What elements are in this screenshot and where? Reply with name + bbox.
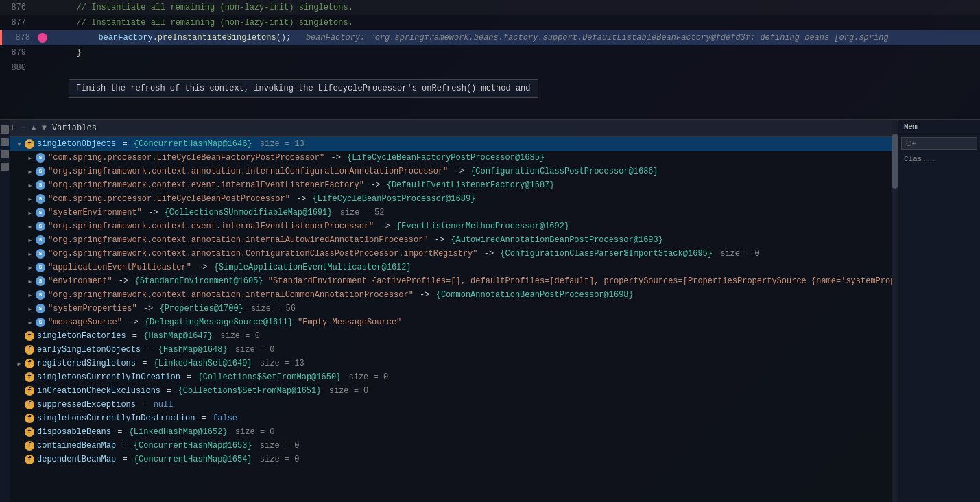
variables-content: + − ▲ ▼ Variables f singletonObjects = {… [0, 120, 892, 502]
line-number-880: 880 [0, 63, 34, 73]
expand-item1[interactable] [25, 152, 36, 163]
scrollbar-track[interactable] [892, 120, 898, 502]
var-row-item8[interactable]: s "org.springframework.context.annotatio… [0, 247, 892, 261]
var-row-item13[interactable]: s "messageSource" -> {DelegatingMessageS… [0, 315, 892, 329]
var-row-item10[interactable]: s "environment" -> {StandardEnvironment@… [0, 274, 892, 288]
var-icon-f-suppressedExceptions: f [25, 400, 34, 409]
expand-item4[interactable] [25, 193, 36, 204]
variables-panel-header: + − ▲ ▼ Variables [0, 120, 892, 137]
var-row-item7[interactable]: s "org.springframework.context.annotatio… [0, 233, 892, 247]
var-row-dependentBeanMap[interactable]: f dependentBeanMap = {ConcurrentHashMap@… [0, 453, 892, 466]
var-size-disposableBeans: size = 0 [230, 427, 275, 437]
expand-singletonObjects[interactable] [14, 139, 25, 150]
expand-registeredSingletons[interactable] [14, 358, 25, 369]
var-row-inCreationCheckExclusions[interactable]: f inCreationCheckExclusions = {Collectio… [0, 384, 892, 398]
sidebar-icon-4[interactable] [1, 163, 9, 171]
var-row-registeredSingletons[interactable]: f registeredSingletons = {LinkedHashSet@… [0, 357, 892, 370]
var-name-registeredSingletons: registeredSingletons [37, 359, 136, 368]
tooltip-text: Finish the refresh of this context, invo… [76, 84, 531, 93]
expand-item5[interactable] [25, 207, 36, 218]
var-val-item8: {ConfigurationClassParser$ImportStack@16… [500, 249, 713, 259]
add-watch-button[interactable]: + [10, 123, 15, 134]
var-icon-s-item3: s [36, 180, 45, 190]
var-row-singletonsCurrentlyInDestruction[interactable]: f singletonsCurrentlyInDestruction = fal… [0, 411, 892, 425]
var-icon-s-item1: s [36, 153, 45, 163]
var-icon-s-item13: s [36, 318, 45, 327]
sidebar-icon-2[interactable] [1, 138, 9, 146]
down-arrow-button[interactable]: ▼ [42, 123, 47, 133]
class-filter-label: Clas... [898, 152, 980, 166]
var-name-suppressedExceptions: suppressedExceptions [37, 400, 136, 409]
var-val-disposableBeans: {LinkedHashMap@1652} [129, 427, 228, 437]
var-name-item6: "org.springframework.context.event.inter… [48, 222, 374, 231]
class-search-input[interactable] [901, 137, 977, 150]
expand-item6[interactable] [25, 221, 36, 232]
var-extra-item10: "StandardEnvironment {activeProfiles=[],… [263, 276, 892, 286]
var-row-item3[interactable]: s "org.springframework.context.event.int… [0, 178, 892, 192]
minus-button[interactable]: − [21, 123, 25, 133]
var-row-singletonFactories[interactable]: f singletonFactories = {HashMap@1647} si… [0, 329, 892, 343]
line-number-876: 876 [0, 3, 34, 12]
var-row-earlySingletonObjects[interactable]: f earlySingletonObjects = {HashMap@1648}… [0, 343, 892, 357]
line-content-876: // Instantiate all remaining (non-lazy-i… [34, 3, 980, 12]
line-content-880 [34, 63, 980, 73]
expand-item8[interactable] [25, 248, 36, 259]
sidebar-icon-3[interactable] [1, 150, 9, 158]
var-row-suppressedExceptions[interactable]: f suppressedExceptions = null [0, 398, 892, 411]
expand-item13[interactable] [25, 317, 36, 328]
var-icon-s-item11: s [36, 290, 45, 300]
var-icon-s-item9: s [36, 263, 45, 272]
code-lines: 876 // Instantiate all remaining (non-la… [0, 0, 980, 75]
scrollbar-thumb[interactable] [892, 134, 898, 189]
up-arrow-button[interactable]: ▲ [32, 123, 36, 133]
expand-item2[interactable] [25, 166, 36, 177]
var-val-inCreationCheckExclusions: {Collections$SetFromMap@1651} [178, 386, 322, 396]
sidebar-icon-1[interactable] [1, 126, 9, 134]
var-row-item1[interactable]: s "com.spring.processor.LifeCycleBeanFac… [0, 151, 892, 165]
var-val-item9: {SimpleApplicationEventMulticaster@1612} [214, 263, 411, 272]
var-icon-f-inCreationCheckExclusions: f [25, 386, 34, 396]
var-name-item13: "messageSource" [48, 318, 122, 327]
var-row-singletonsCurrentlyInCreation[interactable]: f singletonsCurrentlyInCreation = {Colle… [0, 370, 892, 384]
var-row-item12[interactable]: s "systemProperties" -> {Properties@1700… [0, 302, 892, 315]
code-line-877: 877 // Instantiate all remaining (non-la… [0, 15, 980, 30]
var-icon-f-disposableBeans: f [25, 427, 34, 437]
var-row-disposableBeans[interactable]: f disposableBeans = {LinkedHashMap@1652}… [0, 425, 892, 439]
var-row-item2[interactable]: s "org.springframework.context.annotatio… [0, 165, 892, 178]
line-number-879: 879 [0, 48, 34, 58]
breakpoint-indicator[interactable] [38, 33, 47, 43]
var-val-registeredSingletons: {LinkedHashSet@1649} [154, 359, 252, 368]
var-size-item5: size = 52 [335, 208, 384, 217]
var-size-containedBeanMap: size = 0 [255, 441, 300, 451]
var-name-inCreationCheckExclusions: inCreationCheckExclusions [37, 386, 160, 396]
var-row-item5[interactable]: s "systemEnvironment" -> {Collections$Un… [0, 206, 892, 219]
var-row-item11[interactable]: s "org.springframework.context.annotatio… [0, 288, 892, 302]
var-val-singletonsCurrentlyInCreation: {Collections$SetFromMap@1650} [198, 372, 341, 382]
var-icon-f-singletonObjects: f [25, 139, 34, 149]
expand-item10[interactable] [25, 276, 36, 287]
variables-list: f singletonObjects = {ConcurrentHashMap@… [0, 137, 892, 500]
expand-item12[interactable] [25, 303, 36, 314]
var-val-singletonFactories: {HashMap@1647} [143, 331, 213, 341]
expand-item7[interactable] [25, 235, 36, 246]
var-val-item6: {EventListenerMethodProcessor@1692} [396, 222, 569, 231]
var-row-containedBeanMap[interactable]: f containedBeanMap = {ConcurrentHashMap@… [0, 439, 892, 453]
expand-item3[interactable] [25, 180, 36, 191]
var-name-item11: "org.springframework.context.annotation.… [48, 290, 414, 300]
var-row-item4[interactable]: s "com.spring.processor.LifeCycleBeanPos… [0, 192, 892, 206]
expand-item9[interactable] [25, 262, 36, 273]
var-row-item6[interactable]: s "org.springframework.context.event.int… [0, 219, 892, 233]
var-name-item2: "org.springframework.context.annotation.… [48, 167, 448, 176]
var-icon-s-item6: s [36, 222, 45, 231]
expand-item11[interactable] [25, 289, 36, 300]
var-row-item9[interactable]: s "applicationEventMulticaster" -> {Simp… [0, 261, 892, 274]
var-icon-f-singletonsCurrentlyInCreation: f [25, 372, 34, 382]
var-name-item3: "org.springframework.context.event.inter… [48, 180, 364, 190]
var-row-singletonObjects[interactable]: f singletonObjects = {ConcurrentHashMap@… [0, 137, 892, 151]
var-icon-s-item2: s [36, 167, 45, 176]
variables-panel: + − ▲ ▼ Variables f singletonObjects = {… [0, 120, 980, 502]
left-sidebar [0, 120, 10, 502]
var-name-item4: "com.spring.processor.LifeCycleBeanPostP… [48, 194, 290, 204]
var-val-item7: {AutowiredAnnotationBeanPostProcessor@16… [451, 235, 663, 245]
var-name-item8: "org.springframework.context.annotation.… [48, 249, 478, 259]
